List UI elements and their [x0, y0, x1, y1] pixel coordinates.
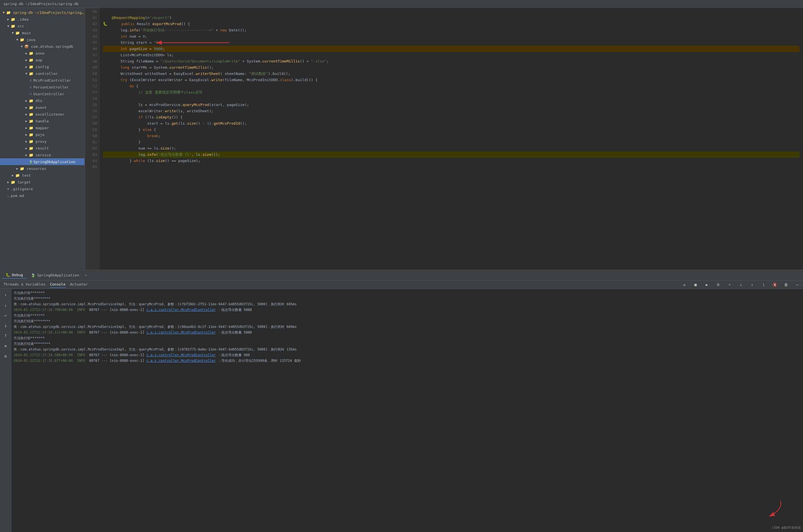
- class-icon: ©: [28, 79, 33, 82]
- code-line-60: break;: [103, 133, 800, 139]
- sidebar-item-package[interactable]: ▼ 📦 com.atshuo.springdb: [0, 43, 85, 50]
- folder-icon: ▶: [24, 106, 29, 109]
- mute-button[interactable]: 🔇: [771, 281, 778, 288]
- folder-icon: ▶: [6, 18, 11, 21]
- spring-icon: 🍃: [28, 160, 33, 164]
- sidebar-item-config[interactable]: ▶ 📁 config: [0, 63, 85, 70]
- soft-wrap-icon[interactable]: ↩: [2, 311, 10, 319]
- sidebar-item-person-controller[interactable]: © PersonController: [0, 84, 85, 91]
- code-line-61: }: [103, 139, 800, 145]
- sidebar-item-mcsprod-controller[interactable]: © McsProdController: [0, 77, 85, 84]
- class-icon: ©: [28, 92, 33, 96]
- scroll-start-icon[interactable]: ⤒: [2, 332, 10, 340]
- stop-button[interactable]: ■: [692, 281, 699, 288]
- sidebar-item-resources[interactable]: ▶ 📁 resources: [0, 165, 85, 172]
- project-title: spring-db ~/IdeaProjects/spring-db: [3, 2, 79, 6]
- folder-icon: ▼: [24, 72, 29, 75]
- console-line: 类：com.atshuo.springdb.service.impl.McsPr…: [14, 324, 801, 329]
- sidebar-item-dto[interactable]: ▶ 📁 dto: [0, 97, 85, 104]
- sub-tab-threads[interactable]: Threads & Variables: [3, 281, 45, 288]
- console-line: 类：com.atshuo.springdb.service.impl.McsPr…: [14, 346, 801, 352]
- debug-tab-bar: 🐛 Debug 🍃 SpringDbApplication ✕: [0, 270, 803, 280]
- sidebar-item-anno[interactable]: ▶ 📁 anno: [0, 50, 85, 57]
- sidebar-item-mapper[interactable]: ▶ 📁 mapper: [0, 125, 85, 131]
- sidebar-item-result[interactable]: ▶ 📁 result: [0, 145, 85, 152]
- code-line-46: [103, 8, 800, 15]
- step-over-button[interactable]: ↷: [726, 281, 733, 288]
- clear-button[interactable]: 🗑: [783, 281, 789, 288]
- tab-debug[interactable]: 🐛 Debug: [2, 272, 26, 279]
- sidebar-item-java[interactable]: ▼ 📁 java: [0, 36, 85, 43]
- console-area: ↑ ↓ ↩ ⤓ ⤒ ⊕ ⚙ 方法执行前******* 方法执行结束*******…: [0, 289, 803, 532]
- tab-spring-app[interactable]: 🍃 SpringDbApplication: [27, 272, 82, 279]
- folder-icon: ▶: [10, 174, 15, 177]
- code-line-45: String start = "0";: [103, 40, 800, 46]
- settings-icon[interactable]: ⚙: [2, 352, 10, 360]
- sidebar-item-test[interactable]: ▶ 📁 test: [0, 172, 85, 179]
- sidebar-item-target[interactable]: ▶ 📁 target: [0, 179, 85, 186]
- code-line-63: log.info("批次导出数量 {}", ls.size());: [103, 152, 800, 158]
- file-tree: ▼ 📁 spring-db ~/IdeaProjects/spring-db ▶…: [0, 8, 85, 270]
- console-line: 方法执行结束********: [14, 296, 801, 301]
- folder-icon: ▶: [24, 52, 29, 55]
- file-icon: …: [6, 194, 11, 197]
- sidebar-item-src[interactable]: ▼ 📁 src: [0, 23, 85, 30]
- sidebar-item-pom[interactable]: … pom.md: [0, 192, 85, 199]
- console-line: 方法执行前*******: [14, 335, 801, 341]
- console-line: 2024-01-22T22:17:19.588+08:00 INFO 80767…: [14, 352, 801, 358]
- code-line-43: log.info("开始执行导出-------------------->" +…: [103, 27, 800, 33]
- sidebar-item-service[interactable]: ▶ 📁 service: [0, 152, 85, 158]
- code-line-42: 🐛 public Result exportMcsProd() {: [103, 21, 800, 27]
- folder-icon: ▶: [24, 65, 29, 69]
- sidebar-item-proxy[interactable]: ▶ 📁 proxy: [0, 138, 85, 145]
- tab-close-button[interactable]: ✕: [85, 273, 87, 277]
- sidebar-item-controller[interactable]: ▼ 📁 controller: [0, 70, 85, 77]
- folder-icon: ▶: [24, 113, 29, 116]
- console-line: 方法执行前*******: [14, 312, 801, 318]
- sidebar-item-aop[interactable]: ▶ 📁 aop: [0, 57, 85, 63]
- scroll-down-icon[interactable]: ↓: [2, 301, 10, 309]
- step-into-button[interactable]: ↓: [737, 281, 744, 288]
- sidebar-item-spring-app[interactable]: 🍃 SpringDbApplication: [0, 158, 85, 165]
- sub-tab-console[interactable]: Console: [50, 281, 66, 288]
- resume-button[interactable]: ▶: [704, 281, 710, 288]
- debug-panel: 🐛 Debug 🍃 SpringDbApplication ✕ Threads …: [0, 270, 803, 532]
- pause-button[interactable]: ⏸: [715, 281, 722, 288]
- sub-tab-actuator[interactable]: Actuator: [70, 281, 88, 288]
- folder-icon: ▶: [15, 167, 20, 170]
- package-icon: ▼: [19, 45, 24, 48]
- console-line: 类：com.atshuo.springdb.service.impl.McsPr…: [14, 301, 801, 307]
- folder-icon: ▶: [24, 133, 29, 136]
- sidebar-item-user-controller[interactable]: © UserController: [0, 91, 85, 97]
- code-line-47: List<McsProdInitDDO> ls;: [103, 52, 800, 58]
- scroll-up-icon[interactable]: ↑: [2, 291, 10, 299]
- step-out-button[interactable]: ↑: [749, 281, 755, 288]
- folder-icon: ▶: [24, 126, 29, 130]
- code-line-51: try (ExcelWriter excelWriter = EasyExcel…: [103, 77, 800, 83]
- console-line: 2024-01-22T22:17:16.789+08:00 INFO 80767…: [14, 307, 801, 312]
- code-line-58: start = ls.get(ls.size() - 1).getMcsProd…: [103, 120, 800, 127]
- folder-icon: ▼: [6, 24, 11, 28]
- sidebar-item-idea[interactable]: ▶ 📁 .idea: [0, 16, 85, 23]
- code-line-44: int num = 0;: [103, 33, 800, 40]
- app-tab-label: SpringDbApplication: [37, 273, 79, 277]
- class-icon: ©: [28, 86, 33, 89]
- debug-subtabs-toolbar: Threads & Variables Console Actuator ↺ ■…: [0, 280, 803, 289]
- sidebar-item-event[interactable]: ▶ 📁 event: [0, 104, 85, 111]
- sidebar-item-handle[interactable]: ▶ 📁 handle: [0, 118, 85, 125]
- scroll-end-icon[interactable]: ⤓: [2, 322, 10, 329]
- sidebar-item-excellistener[interactable]: ▶ 📁 excellistener: [0, 111, 85, 118]
- run-to-cursor-button[interactable]: ⤵: [760, 281, 767, 288]
- sidebar-item-pojo[interactable]: ▶ 📁 pojo: [0, 131, 85, 138]
- rerun-button[interactable]: ↺: [681, 281, 688, 288]
- debug-icon: 🐛: [6, 273, 10, 277]
- file-icon: ⊘: [6, 187, 11, 191]
- folder-icon: ▶: [6, 180, 11, 184]
- more-button[interactable]: ⋯: [794, 281, 801, 288]
- console-output[interactable]: 方法执行前******* 方法执行结束******** 类：com.atshuo…: [11, 289, 803, 532]
- filter-icon[interactable]: ⊕: [2, 342, 10, 350]
- folder-icon: ▶: [24, 140, 29, 143]
- sidebar-item-main[interactable]: ▼ 📁 main: [0, 30, 85, 36]
- sidebar-item-spring-db[interactable]: ▼ 📁 spring-db ~/IdeaProjects/spring-db: [0, 9, 85, 16]
- sidebar-item-gitignore[interactable]: ⊘ .gitignore: [0, 186, 85, 192]
